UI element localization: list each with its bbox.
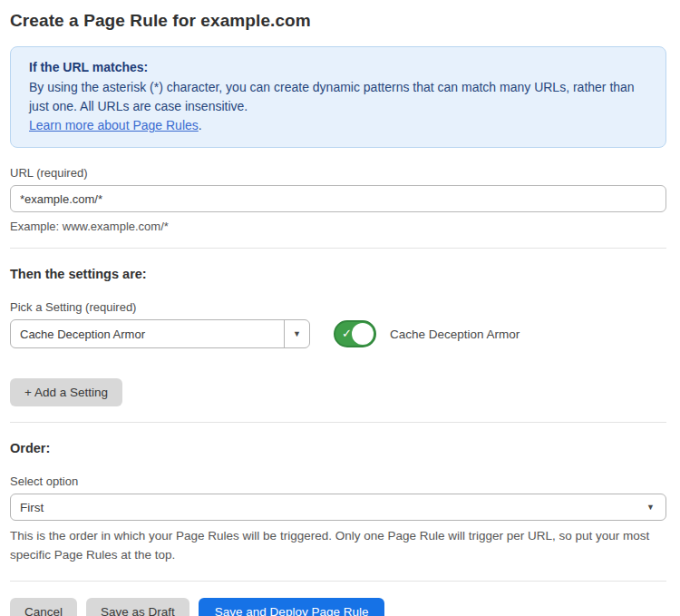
info-box-body: By using the asterisk (*) character, you… [29,78,647,116]
setting-row: Cache Deception Armor ▼ ✓ Cache Deceptio… [10,319,666,348]
order-section-heading: Order: [10,441,666,455]
dropdown-arrow-icon: ▼ [646,503,655,512]
setting-select-value: Cache Deception Armor [11,320,284,347]
add-setting-button[interactable]: + Add a Setting [10,378,122,406]
save-and-deploy-button[interactable]: Save and Deploy Page Rule [199,598,385,616]
order-select[interactable]: First ▼ [10,494,666,521]
dropdown-arrow-icon[interactable]: ▼ [284,320,309,347]
order-helper-text: This is the order in which your Page Rul… [10,526,663,564]
create-page-rule-form: Create a Page Rule for example.com If th… [0,0,680,616]
page-title: Create a Page Rule for example.com [10,11,666,31]
save-as-draft-button[interactable]: Save as Draft [86,598,189,616]
divider [10,248,666,249]
settings-section-heading: Then the settings are: [10,267,666,281]
info-box-heading: If the URL matches: [29,58,647,77]
divider [10,422,666,423]
url-match-info-box: If the URL matches: By using the asteris… [10,46,666,148]
setting-select[interactable]: Cache Deception Armor ▼ [10,319,310,348]
setting-toggle-label: Cache Deception Armor [390,328,520,341]
check-icon: ✓ [342,328,352,339]
order-select-label: Select option [10,474,666,488]
info-box-link-line: Learn more about Page Rules. [29,116,647,135]
pick-setting-label: Pick a Setting (required) [10,300,666,314]
divider [10,581,666,582]
url-example-helper: Example: www.example.com/* [10,219,666,234]
link-period: . [199,118,202,132]
order-select-value: First [20,501,646,514]
url-input[interactable] [10,185,666,212]
footer-actions: Cancel Save as Draft Save and Deploy Pag… [10,598,666,616]
toggle-knob[interactable] [352,323,374,345]
learn-more-link[interactable]: Learn more about Page Rules [29,118,199,132]
cancel-button[interactable]: Cancel [10,598,77,616]
url-label: URL (required) [10,166,666,180]
setting-toggle[interactable]: ✓ [334,320,376,347]
